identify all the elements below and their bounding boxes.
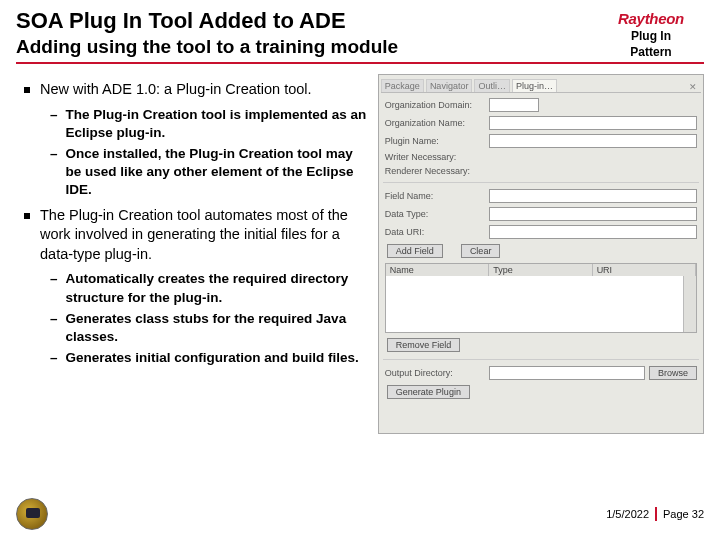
sub-bullet-text: Generates class stubs for the required J… — [66, 310, 370, 346]
label-org-name: Organization Name: — [385, 118, 485, 128]
label-data-uri: Data URI: — [385, 227, 485, 237]
tab-plugin[interactable]: Plug-in… — [512, 79, 557, 92]
tab-navigator[interactable]: Navigator — [426, 79, 473, 92]
pattern-label-2: Pattern — [606, 45, 696, 59]
sub-bullet-text: Once installed, the Plug-in Creation too… — [66, 145, 370, 200]
sub-bullet: – Generates class stubs for the required… — [50, 310, 370, 346]
separator — [383, 359, 699, 360]
add-field-button[interactable]: Add Field — [387, 244, 443, 258]
seal-logo-icon — [16, 498, 48, 530]
input-data-type[interactable] — [489, 207, 697, 221]
text-column: New with ADE 1.0: a Plug-in Creation too… — [16, 74, 370, 434]
remove-field-button[interactable]: Remove Field — [387, 338, 461, 352]
grid-header-uri: URI — [593, 264, 696, 276]
clear-button[interactable]: Clear — [461, 244, 501, 258]
generate-plugin-button[interactable]: Generate Plugin — [387, 385, 470, 399]
input-field-name[interactable] — [489, 189, 697, 203]
sub-bullet: – The Plug-in Creation tool is implement… — [50, 106, 370, 142]
pattern-label-1: Plug In — [606, 29, 696, 43]
input-org-name[interactable] — [489, 116, 697, 130]
dash-icon: – — [50, 270, 58, 306]
sub-bullet: – Once installed, the Plug-in Creation t… — [50, 145, 370, 200]
footer: 1/5/2022 Page 32 — [16, 498, 704, 530]
sub-bullet-text: Generates initial configuration and buil… — [66, 349, 359, 367]
label-output-dir: Output Directory: — [385, 368, 485, 378]
dash-icon: – — [50, 145, 58, 200]
bullet-square-icon — [24, 87, 30, 93]
field-grid: Name Type URI — [385, 263, 697, 333]
input-data-uri[interactable] — [489, 225, 697, 239]
dash-icon: – — [50, 106, 58, 142]
dash-icon: – — [50, 349, 58, 367]
brand-box: Raytheon Plug In Pattern — [606, 10, 696, 60]
label-renderer-necessary: Renderer Necessary: — [385, 166, 485, 176]
grid-header-type: Type — [489, 264, 592, 276]
label-data-type: Data Type: — [385, 209, 485, 219]
dash-icon: – — [50, 310, 58, 346]
bullet-text: The Plug-in Creation tool automates most… — [40, 206, 370, 265]
input-plugin-name[interactable] — [489, 134, 697, 148]
footer-date: 1/5/2022 — [606, 508, 649, 520]
browse-button[interactable]: Browse — [649, 366, 697, 380]
bullet-text: New with ADE 1.0: a Plug-in Creation too… — [40, 80, 312, 100]
tab-bar: Package Navigator Outli… Plug-in… ✕ — [381, 77, 701, 93]
sub-bullet-text: Automatically creates the required direc… — [66, 270, 370, 306]
label-plugin-name: Plugin Name: — [385, 136, 485, 146]
bullet-square-icon — [24, 213, 30, 219]
footer-page: Page 32 — [663, 508, 704, 520]
tab-outline[interactable]: Outli… — [474, 79, 510, 92]
grid-header-name: Name — [386, 264, 489, 276]
label-field-name: Field Name: — [385, 191, 485, 201]
grid-body[interactable] — [386, 276, 696, 332]
page-title: SOA Plug In Tool Added to ADE — [16, 8, 704, 34]
input-output-dir[interactable] — [489, 366, 645, 380]
input-org-domain[interactable] — [489, 98, 539, 112]
bullet-item: The Plug-in Creation tool automates most… — [24, 206, 370, 265]
footer-divider — [655, 507, 657, 521]
separator — [383, 182, 699, 183]
eclipse-panel: Package Navigator Outli… Plug-in… ✕ Orga… — [378, 74, 704, 434]
bullet-item: New with ADE 1.0: a Plug-in Creation too… — [24, 80, 370, 100]
close-icon[interactable]: ✕ — [685, 82, 701, 92]
label-writer-necessary: Writer Necessary: — [385, 152, 485, 162]
page-subtitle: Adding using the tool to a training modu… — [16, 36, 398, 58]
sub-bullet: – Automatically creates the required dir… — [50, 270, 370, 306]
tab-package[interactable]: Package — [381, 79, 424, 92]
sub-bullet: – Generates initial configuration and bu… — [50, 349, 370, 367]
brand-logo-text: Raytheon — [606, 10, 696, 27]
label-org-domain: Organization Domain: — [385, 100, 485, 110]
sub-bullet-text: The Plug-in Creation tool is implemented… — [66, 106, 370, 142]
